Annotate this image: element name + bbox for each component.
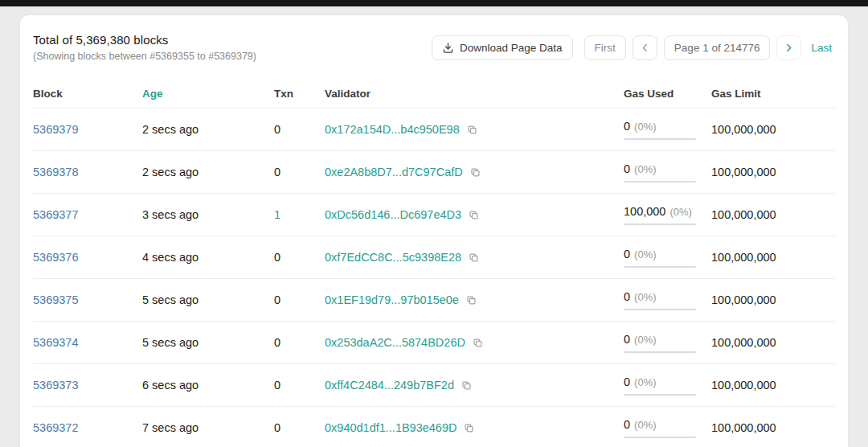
column-header-age[interactable]: Age — [142, 88, 274, 100]
gas-used-percent: (0%) — [634, 376, 656, 388]
column-header-block: Block — [33, 88, 142, 100]
block-age: 5 secs ago — [142, 293, 274, 306]
validator-address-link[interactable]: 0x940d1df1...1B93e469D — [325, 421, 457, 434]
copy-icon[interactable] — [461, 380, 472, 391]
validator-address-link[interactable]: 0xf7EdCC8C...5c9398E28 — [325, 251, 461, 264]
gas-used-percent: (0%) — [634, 121, 656, 133]
block-number-link[interactable]: 5369374 — [33, 336, 78, 349]
column-header-gas-limit: Gas Limit — [711, 88, 835, 100]
copy-icon[interactable] — [464, 423, 474, 433]
gas-limit-value: 100,000,000 — [711, 251, 835, 264]
gas-used-value: 0 — [624, 418, 630, 431]
gas-used-bar — [624, 437, 696, 438]
card-header: Total of 5,369,380 blocks (Showing block… — [33, 15, 835, 62]
site-header-strip — [0, 0, 868, 6]
first-page-button[interactable]: First — [584, 35, 626, 60]
table-row: 5369374 5 secs ago 0 0x253daA2C...5874BD… — [33, 322, 835, 364]
gas-used-value: 0 — [624, 162, 630, 175]
block-age: 2 secs ago — [142, 166, 274, 178]
txn-count: 0 — [274, 123, 325, 136]
validator-address-link[interactable]: 0xe2A8b8D7...d7C97CafD — [325, 166, 463, 178]
copy-icon[interactable] — [469, 252, 479, 263]
blocks-table: Block Age Txn Validator Gas Used Gas Lim… — [33, 80, 835, 447]
gas-used-cell: 0 (0%) — [624, 248, 711, 268]
header-titles: Total of 5,369,380 blocks (Showing block… — [33, 33, 256, 62]
download-page-data-button[interactable]: Download Page Data — [432, 35, 573, 60]
block-number-link[interactable]: 5369376 — [33, 251, 78, 264]
gas-used-value: 0 — [624, 333, 630, 346]
next-page-button[interactable] — [776, 35, 801, 60]
block-age: 4 secs ago — [142, 251, 274, 264]
gas-used-cell: 0 (0%) — [624, 162, 711, 182]
table-body: 5369379 2 secs ago 0 0x172a154D...b4c950… — [33, 109, 835, 447]
table-row: 5369372 7 secs ago 0 0x940d1df1...1B93e4… — [33, 407, 835, 447]
table-row: 5369375 5 secs ago 0 0x1EF19d79...97b015… — [33, 279, 835, 322]
gas-used-cell: 0 (0%) — [624, 418, 711, 438]
gas-used-bar — [624, 181, 696, 182]
block-age: 5 secs ago — [142, 336, 274, 349]
txn-count: 0 — [274, 293, 325, 306]
gas-used-value: 0 — [624, 120, 630, 133]
download-icon — [442, 42, 454, 54]
copy-icon[interactable] — [469, 210, 479, 220]
table-row: 5369377 3 secs ago 1 0xDc56d146...Dc697e… — [33, 194, 835, 236]
validator-address-link[interactable]: 0xDc56d146...Dc697e4D3 — [325, 208, 461, 221]
column-header-validator: Validator — [325, 88, 624, 100]
block-number-link[interactable]: 5369373 — [33, 379, 78, 392]
gas-limit-value: 100,000,000 — [711, 336, 835, 349]
gas-used-percent: (0%) — [634, 248, 656, 260]
gas-used-percent: (0%) — [634, 163, 656, 175]
gas-used-bar — [624, 224, 696, 225]
table-row: 5369379 2 secs ago 0 0x172a154D...b4c950… — [33, 109, 835, 151]
validator-address-link[interactable]: 0x253daA2C...5874BD26D — [325, 336, 465, 349]
copy-icon[interactable] — [467, 125, 477, 135]
prev-page-button[interactable] — [633, 35, 657, 60]
gas-used-bar — [624, 351, 696, 353]
gas-limit-value: 100,000,000 — [711, 208, 835, 221]
txn-count: 0 — [274, 336, 325, 349]
gas-used-cell: 100,000 (0%) — [624, 205, 711, 225]
copy-icon[interactable] — [466, 295, 477, 306]
validator-address-link[interactable]: 0xff4C2484...249b7BF2d — [325, 379, 454, 392]
column-header-gas-used: Gas Used — [624, 88, 711, 100]
block-age: 6 secs ago — [142, 379, 274, 392]
block-number-link[interactable]: 5369379 — [33, 123, 78, 136]
column-header-txn: Txn — [274, 88, 325, 100]
pagination: First Page 1 of 214776 Last — [584, 35, 835, 60]
table-row: 5369378 2 secs ago 0 0xe2A8b8D7...d7C97C… — [33, 151, 835, 194]
gas-limit-value: 100,000,000 — [711, 293, 835, 306]
validator-address-link[interactable]: 0x1EF19d79...97b015e0e — [325, 293, 459, 306]
gas-used-percent: (0%) — [669, 206, 691, 218]
block-age: 2 secs ago — [142, 123, 274, 136]
gas-used-cell: 0 (0%) — [624, 120, 711, 140]
txn-count[interactable]: 1 — [274, 208, 325, 221]
copy-icon[interactable] — [470, 167, 481, 178]
block-age: 7 secs ago — [142, 421, 274, 434]
gas-limit-value: 100,000,000 — [711, 421, 835, 434]
download-button-label: Download Page Data — [460, 42, 563, 54]
last-page-button[interactable]: Last — [808, 35, 835, 60]
validator-address-link[interactable]: 0x172a154D...b4c950E98 — [325, 123, 460, 136]
gas-used-value: 0 — [624, 290, 630, 303]
block-number-link[interactable]: 5369375 — [33, 293, 78, 306]
chevron-left-icon — [640, 43, 650, 53]
gas-used-percent: (0%) — [634, 291, 656, 303]
table-header-row: Block Age Txn Validator Gas Used Gas Lim… — [33, 80, 835, 109]
gas-used-value: 100,000 — [624, 205, 665, 218]
txn-count: 0 — [274, 251, 325, 264]
block-number-link[interactable]: 5369377 — [33, 208, 78, 221]
page-indicator: Page 1 of 214776 — [664, 35, 771, 60]
block-number-link[interactable]: 5369378 — [33, 166, 78, 178]
gas-used-bar — [624, 138, 696, 140]
gas-limit-value: 100,000,000 — [711, 379, 835, 392]
blocks-card: Total of 5,369,380 blocks (Showing block… — [19, 14, 849, 447]
toolbar: Download Page Data First Page 1 of 21477… — [432, 35, 835, 60]
txn-count: 0 — [274, 379, 325, 392]
gas-used-percent: (0%) — [634, 334, 656, 346]
block-number-link[interactable]: 5369372 — [33, 421, 78, 434]
gas-used-percent: (0%) — [634, 419, 656, 431]
gas-limit-value: 100,000,000 — [711, 166, 835, 178]
gas-used-bar — [624, 266, 696, 268]
gas-used-bar — [624, 394, 696, 396]
copy-icon[interactable] — [473, 338, 483, 348]
